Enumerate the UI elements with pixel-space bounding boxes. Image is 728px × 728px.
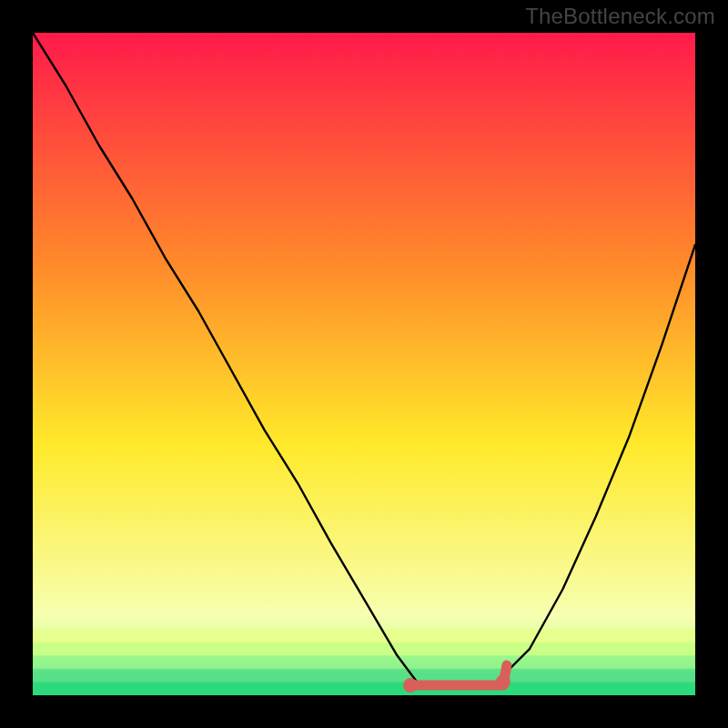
bottom-bands	[33, 629, 695, 695]
svg-rect-4	[33, 682, 695, 695]
chart-frame: TheBottleneck.com	[0, 0, 728, 728]
gradient-background	[33, 33, 695, 695]
svg-rect-2	[33, 655, 695, 670]
svg-rect-3	[33, 669, 695, 683]
svg-rect-0	[33, 629, 695, 643]
svg-line-8	[503, 665, 507, 685]
svg-point-6	[403, 678, 418, 693]
svg-rect-1	[33, 642, 695, 657]
chart-svg	[33, 33, 695, 695]
watermark-text: TheBottleneck.com	[525, 4, 715, 29]
plot-area	[33, 33, 695, 695]
